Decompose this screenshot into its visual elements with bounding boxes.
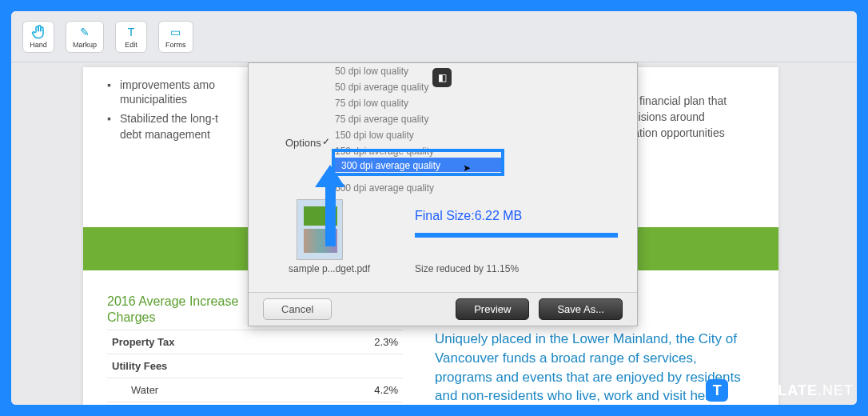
hand-label: Hand: [30, 41, 47, 49]
bullet-text: municipalities: [120, 93, 187, 106]
watermark-badge-icon: T: [706, 379, 728, 402]
forms-label: Forms: [165, 41, 186, 49]
cursor-icon: ➤: [463, 162, 471, 174]
reduce-size-dialog: ◧ Options ✓ 50 dpi low quality50 dpi ave…: [248, 62, 638, 326]
rate-label: Property Tax: [107, 330, 339, 354]
markup-icon: ✎: [78, 25, 92, 39]
quality-option[interactable]: 75 dpi average quality: [335, 111, 488, 127]
edit-label: Edit: [125, 41, 137, 49]
rate-percent: 9.9%: [339, 402, 403, 406]
quality-dropdown-list[interactable]: 50 dpi low quality50 dpi average quality…: [335, 63, 488, 196]
bullet-dot: ▪: [107, 112, 111, 125]
quality-option[interactable]: 150 dpi low quality: [335, 127, 488, 143]
size-reduced-label: Size reduced by 11.15%: [415, 263, 519, 274]
app-window: Hand ✎ Markup T Edit ▭ Forms MB page 1 o…: [11, 11, 857, 405]
table-row: Water4.2%: [107, 378, 403, 402]
table-row: Sewer9.9%: [107, 402, 403, 406]
selected-option-text[interactable]: 300 dpi average quality: [341, 160, 440, 171]
quality-option[interactable]: 50 dpi average quality: [335, 79, 488, 95]
rate-label: Water: [107, 378, 339, 402]
watermark-brand: TEMPLATE: [735, 382, 818, 398]
quality-option[interactable]: 600 dpi average quality: [335, 180, 488, 196]
edit-tool-button[interactable]: T Edit: [115, 21, 147, 53]
watermark-text: TEMPLATE.NET: [735, 382, 854, 399]
arrow-stem: [325, 182, 336, 246]
table-row: Property Tax2.3%: [107, 330, 403, 354]
tutorial-arrow: [315, 165, 344, 246]
section-title-left: 2016 Average Increase: [107, 294, 238, 309]
markup-tool-button[interactable]: ✎ Markup: [66, 21, 104, 53]
cancel-button[interactable]: Cancel: [263, 298, 332, 320]
tutorial-frame: Hand ✎ Markup T Edit ▭ Forms MB page 1 o…: [0, 0, 868, 416]
edit-icon: T: [124, 25, 138, 39]
save-as-button[interactable]: Save As...: [539, 298, 623, 320]
preview-button[interactable]: Preview: [456, 298, 529, 320]
toolbar: Hand ✎ Markup T Edit ▭ Forms: [11, 11, 857, 62]
table-row: Utility Fees: [107, 354, 403, 378]
markup-label: Markup: [73, 41, 97, 49]
progress-bar: [415, 233, 618, 238]
quality-option[interactable]: 50 dpi low quality: [335, 63, 488, 79]
check-icon: ✓: [322, 136, 330, 147]
dialog-button-row: Cancel Preview Save As...: [249, 292, 637, 326]
options-label: Options: [285, 137, 321, 149]
watermark: T TEMPLATE.NET: [706, 379, 854, 402]
bullet-text: debt management: [120, 128, 210, 141]
forms-icon: ▭: [169, 25, 183, 39]
rate-percent: 4.2%: [339, 378, 403, 402]
document-area[interactable]: MB page 1 of 348) ▪ improvements amo mun…: [11, 62, 857, 405]
watermark-net: .NET: [818, 382, 854, 398]
final-size-label: Final Size:6.22 MB: [415, 209, 522, 223]
rates-table: Property Tax2.3%Utility FeesWater4.2%Sew…: [107, 330, 403, 405]
rate-percent: 2.3%: [339, 330, 403, 354]
bullet-dot: ▪: [107, 78, 111, 91]
bullet-text: improvements amo: [120, 78, 215, 91]
hand-icon: [31, 25, 46, 39]
section-title-left2: Charges: [107, 310, 155, 325]
bullet-text: Stabilized the long-t: [120, 112, 218, 125]
thumb-filename: sample p...dget.pdf: [289, 263, 370, 274]
quality-option[interactable]: 75 dpi low quality: [335, 95, 488, 111]
rate-label: Sewer: [107, 402, 339, 406]
hand-tool-button[interactable]: Hand: [22, 21, 54, 53]
rate-percent: [339, 354, 403, 378]
forms-tool-button[interactable]: ▭ Forms: [158, 21, 193, 53]
rate-label: Utility Fees: [107, 354, 339, 378]
